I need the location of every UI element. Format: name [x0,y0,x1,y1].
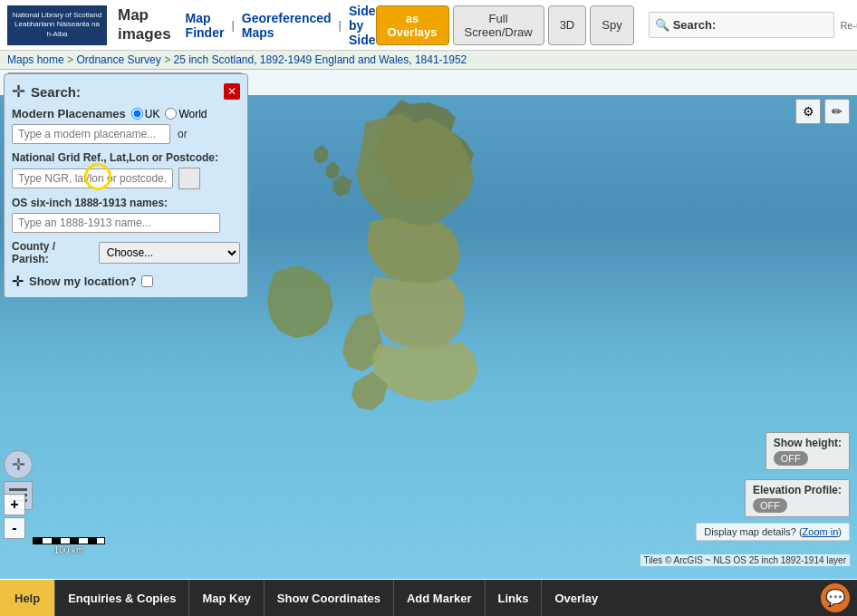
links-button[interactable]: Links [486,580,543,616]
elevation-label: Elevation Profile: [753,484,842,496]
main-map-area: Change background map - ESRI World Image… [0,70,857,579]
map-settings-btn[interactable]: ⚙ [795,99,821,124]
county-select[interactable]: Choose... [99,242,240,264]
3d-button[interactable]: 3D [548,5,587,45]
side-by-side-link[interactable]: Side by Side [349,4,376,47]
ngr-go-button[interactable] [178,168,200,189]
overlays-button[interactable]: as Overlays [376,5,449,45]
os-name-input[interactable] [12,213,220,233]
ngr-section: National Grid Ref., Lat,Lon or Postcode: [12,151,240,189]
elevation-toggle[interactable]: OFF [753,498,787,513]
tiles-credit: Tiles © ArcGIS ~ NLS OS 25 inch 1892-191… [640,554,851,566]
world-radio-label: World [165,108,207,120]
or-text: or [178,128,188,140]
nav-divider: | [231,18,234,32]
add-marker-button[interactable]: Add Marker [394,580,486,616]
zoom-in-link[interactable]: Zoom in [803,526,839,537]
nav-links: Map Finder | Georeferenced Maps | Side b… [186,4,376,47]
scale-bar: 100 km [33,537,105,555]
header: National Library of Scotland Leabharlann… [0,0,857,51]
ngr-label: National Grid Ref., Lat,Lon or Postcode: [12,151,240,164]
location-checkbox[interactable] [141,275,153,287]
search-panel: ✛ Search: ✕ Modern Placenames UK World [4,73,248,298]
navigation-wheel[interactable]: ✛ [4,450,33,479]
search-panel-title: Search: [31,84,81,100]
uk-radio-label: UK [131,108,160,120]
fullscreen-button[interactable]: Full Screen/Draw [453,5,544,45]
county-label: County / Parish: [12,240,93,265]
footer: Help Enquiries & Copies Map Key Show Coo… [0,580,857,616]
nav-divider2: | [339,18,342,32]
zoom-in-button[interactable]: + [4,494,25,515]
breadcrumb-home[interactable]: Maps home [7,53,64,66]
search-label: Search: [673,18,717,32]
chat-icon[interactable]: 💬 [821,583,850,612]
header-search: 🔍 Search: Re-use: CC-BY (NLS) [649,12,857,38]
height-label: Show height: [774,437,842,449]
height-toggle[interactable]: OFF [774,451,808,466]
zoom-in-message: Display map details? (Zoom in) [696,523,850,541]
breadcrumb: Maps home > Ordnance Survey > 25 inch Sc… [0,51,857,70]
enquiries-button[interactable]: Enquiries & Copies [55,580,189,616]
location-label: Show my location? [29,274,136,288]
elevation-control: Elevation Profile: OFF [745,479,850,517]
breadcrumb-ordnance[interactable]: Ordnance Survey [76,53,160,66]
location-section: ✛ Show my location? [12,273,240,290]
os-label: OS six-inch 1888-1913 names: [12,197,240,209]
search-panel-header: ✛ Search: ✕ [12,82,240,101]
map-pencil-btn[interactable]: ✏ [824,99,850,124]
placename-input[interactable] [12,124,170,144]
scale-label: 100 km [33,545,105,555]
reuse-text: Re-use: CC-BY (NLS) [840,20,857,31]
crosshair-location-icon: ✛ [12,273,24,290]
logo-image: National Library of Scotland Leabharlann… [7,5,107,45]
crosshair-icon: ✛ [12,82,25,101]
uk-radio[interactable] [131,108,143,120]
modern-placenames-label: Modern Placenames [12,107,126,120]
height-control: Show height: OFF [766,432,850,470]
map-tools: ⚙ ✏ [795,99,850,124]
zoom-out-button[interactable]: - [4,517,25,539]
svg-rect-0 [9,488,27,491]
map-finder-link[interactable]: Map Finder [186,11,225,40]
county-section: County / Parish: Choose... [12,240,240,265]
world-radio[interactable] [165,108,177,120]
breadcrumb-series1[interactable]: 25 inch Scotland, 1892-1949 [173,53,312,66]
spy-button[interactable]: Spy [590,5,633,45]
georeferenced-link[interactable]: Georeferenced Maps [242,11,332,40]
map-key-button[interactable]: Map Key [189,580,264,616]
ngr-input[interactable] [12,168,173,188]
logo-text: National Library of Scotland Leabharlann… [11,11,103,39]
toolbar-buttons: as Overlays Full Screen/Draw 3D Spy [376,5,634,45]
overlay-button[interactable]: Overlay [542,580,611,616]
show-coordinates-button[interactable]: Show Coordinates [265,580,394,616]
search-icon: 🔍 [655,18,669,32]
header-search-input[interactable] [719,14,828,35]
map-images-title: Mapimages [118,6,171,43]
os-names-section: OS six-inch 1888-1913 names: [12,197,240,233]
logo: National Library of Scotland Leabharlann… [7,5,171,45]
close-search-panel-button[interactable]: ✕ [224,83,240,100]
modern-placenames-section: Modern Placenames UK World or [12,107,240,144]
zoom-controls: + - [4,494,25,539]
help-button[interactable]: Help [0,580,55,616]
breadcrumb-series2[interactable]: England and Wales, 1841-1952 [315,53,467,66]
